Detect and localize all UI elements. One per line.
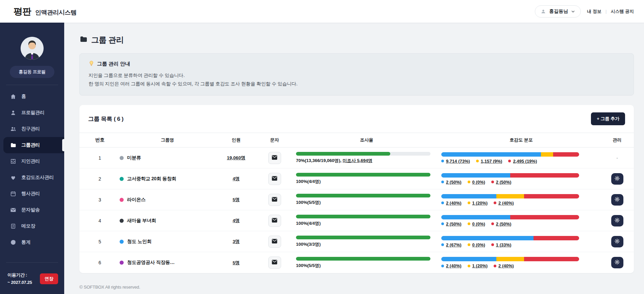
- member-count-link[interactable]: 4명: [232, 218, 240, 223]
- group-color-dot: [120, 177, 124, 181]
- positive-count-link[interactable]: 9,714 (73%): [446, 159, 470, 164]
- positive-dot: [441, 202, 444, 204]
- member-count-link[interactable]: 3명: [232, 239, 240, 244]
- send-sms-button[interactable]: [268, 194, 281, 206]
- send-sms-button[interactable]: [268, 173, 281, 185]
- envelope-icon: [272, 239, 277, 245]
- member-count-link[interactable]: 5명: [232, 260, 240, 265]
- sentiment-legend: 2 (67%) 0 (0%) 1 (33%): [441, 242, 601, 247]
- calendar-icon: [10, 191, 16, 197]
- negative-dot: [491, 181, 494, 183]
- member-count-link[interactable]: 5명: [232, 197, 240, 202]
- sidebar-item-label: 친구관리: [21, 126, 40, 132]
- usage-value: ~ 2027.07.25: [7, 279, 32, 286]
- row-number: 5: [82, 239, 118, 244]
- group-settings-button[interactable]: [611, 173, 623, 185]
- sidebar-item-memo[interactable]: 메모장: [0, 218, 64, 234]
- positive-count-link[interactable]: 2 (40%): [446, 201, 462, 206]
- user-name: 홍길동님: [549, 8, 568, 15]
- survey-rate-text: 100%(4/4명): [296, 179, 437, 185]
- sidebar-item-label: 그룹관리: [21, 142, 40, 148]
- table-row: 5 청도 노인회 3명 100%(3/3명): [79, 231, 634, 252]
- sidebar-bottom-divider: [6, 262, 58, 263]
- positive-count-link[interactable]: 2 (40%): [446, 263, 462, 268]
- table-row: 6 청도공영공사 직장동… 5명 100%(5/5명): [79, 252, 634, 273]
- row-number: 3: [82, 197, 118, 203]
- positive-count-link[interactable]: 2 (50%): [446, 180, 462, 185]
- neutral-count-link[interactable]: 0 (0%): [472, 221, 485, 226]
- sentiment-legend: 2 (50%) 0 (0%) 2 (50%): [441, 221, 601, 226]
- col-distribution: 호감도 분포: [439, 137, 603, 143]
- send-sms-button[interactable]: [268, 152, 281, 164]
- group-settings-button[interactable]: [611, 194, 623, 206]
- negative-count-link[interactable]: 2 (40%): [498, 201, 514, 206]
- sidebar-item-label: 프로필관리: [21, 110, 45, 116]
- group-name: 청도공영공사 직장동…: [127, 260, 175, 266]
- send-sms-button[interactable]: [268, 215, 281, 227]
- group-name: 새마을 부녀회: [127, 218, 156, 224]
- no-manage-placeholder: -: [616, 155, 618, 161]
- my-info-link[interactable]: 내 정보: [587, 8, 601, 15]
- negative-dot: [494, 265, 496, 267]
- profile-avatar[interactable]: [21, 37, 44, 60]
- member-count-link[interactable]: 19,060명: [227, 155, 246, 160]
- chevron-down-icon: [571, 9, 575, 14]
- negative-count-link[interactable]: 2 (50%): [496, 180, 512, 185]
- positive-dot: [441, 243, 444, 246]
- sentiment-legend: 2 (40%) 1 (20%) 2 (40%): [441, 263, 601, 268]
- sidebar-item-home[interactable]: 홈: [0, 88, 64, 105]
- mail-icon: [10, 207, 16, 213]
- group-settings-button[interactable]: [611, 257, 623, 268]
- sidebar-item-calendar[interactable]: 행사관리: [0, 186, 64, 202]
- sidebar-item-mail[interactable]: 문자발송: [0, 202, 64, 218]
- envelope-icon: [272, 260, 277, 266]
- row-number: 2: [82, 176, 118, 182]
- send-sms-button[interactable]: [268, 236, 281, 248]
- sidebar-item-pie[interactable]: 통계: [0, 234, 64, 250]
- sidebar-item-folder[interactable]: 그룹관리: [3, 137, 64, 153]
- survey-progress-bar: [296, 215, 430, 218]
- neutral-count-link[interactable]: 1 (20%): [472, 201, 488, 206]
- system-notice-link[interactable]: 시스템 공지: [611, 8, 634, 15]
- folder-icon: [79, 35, 88, 45]
- sentiment-distribution-bar: [441, 215, 579, 219]
- unsurveyed-link[interactable]: 미조사 5,694명: [343, 158, 372, 163]
- positive-count-link[interactable]: 2 (67%): [446, 242, 462, 247]
- group-name: 청도 노인회: [127, 239, 151, 245]
- survey-rate-text: 100%(4/4명): [296, 220, 437, 226]
- usage-label: 이용기간 :: [7, 271, 32, 278]
- col-sms: 문자: [255, 137, 294, 143]
- sidebar-item-heart[interactable]: 호감도조사관리: [0, 169, 64, 186]
- sentiment-distribution-bar: [441, 173, 579, 178]
- sidebar-item-label: 메모장: [21, 223, 35, 229]
- negative-count-link[interactable]: 2 (50%): [496, 221, 512, 226]
- sentiment-distribution-bar: [441, 236, 579, 240]
- people-icon: [10, 126, 16, 132]
- neutral-count-link[interactable]: 1 (20%): [472, 263, 488, 268]
- sidebar-item-person[interactable]: 프로필관리: [0, 105, 64, 121]
- negative-count-link[interactable]: 2 (40%): [498, 263, 514, 268]
- neutral-count-link[interactable]: 0 (0%): [472, 180, 485, 185]
- positive-count-link[interactable]: 2 (50%): [446, 221, 462, 226]
- neutral-count-link[interactable]: 1,157 (9%): [481, 159, 502, 164]
- row-number: 1: [82, 155, 118, 161]
- add-group-button[interactable]: + 그룹 추가: [591, 112, 625, 125]
- profile-button[interactable]: 홍길동 프로필: [10, 66, 54, 78]
- send-sms-button[interactable]: [268, 257, 281, 269]
- group-settings-button[interactable]: [611, 236, 623, 247]
- sidebar-item-inbox[interactable]: 지인관리: [0, 153, 64, 169]
- member-count-link[interactable]: 4명: [232, 176, 240, 181]
- sentiment-legend: 2 (40%) 1 (20%) 2 (40%): [441, 201, 601, 206]
- main-content: 그룹 관리 그룹 관리 안내 지인을 그룹으로 분류하여 관리할 수 있습니다.…: [64, 23, 644, 294]
- sidebar-item-people[interactable]: 친구관리: [0, 121, 64, 137]
- group-name: 고서중학교 20회 동창회: [127, 176, 176, 182]
- negative-count-link[interactable]: 1 (33%): [496, 242, 512, 247]
- neutral-count-link[interactable]: 0 (0%): [472, 242, 485, 247]
- user-menu-button[interactable]: 홍길동님: [535, 5, 581, 18]
- sentiment-distribution-bar: [441, 257, 579, 261]
- neutral-dot: [468, 222, 470, 225]
- sentiment-distribution-bar: [441, 152, 579, 157]
- negative-count-link[interactable]: 2,495 (19%): [513, 159, 537, 164]
- group-settings-button[interactable]: [611, 215, 623, 226]
- extend-button[interactable]: 연장: [40, 273, 58, 284]
